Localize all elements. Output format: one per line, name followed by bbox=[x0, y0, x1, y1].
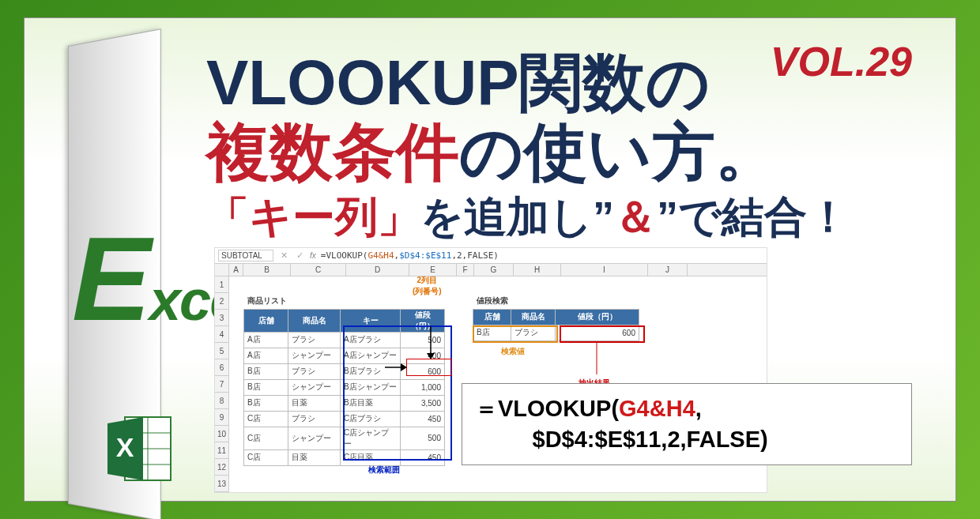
cell-price[interactable]: 3,500 bbox=[401, 395, 445, 411]
search-price[interactable]: 600 bbox=[556, 325, 639, 340]
enter-button[interactable]: ✓ bbox=[294, 250, 305, 261]
h2-name: 商品名 bbox=[511, 309, 556, 325]
cell-name[interactable]: シャンプー bbox=[288, 379, 341, 395]
cell-price[interactable]: 500 bbox=[401, 427, 445, 449]
fx-part-a: =VLOOKUP( bbox=[321, 250, 368, 261]
search-title: 値段検索 bbox=[477, 296, 508, 305]
cell-name[interactable]: ブラシ bbox=[288, 363, 341, 379]
svg-marker-10 bbox=[401, 363, 407, 371]
row-number[interactable]: 4 bbox=[215, 326, 229, 343]
table-row[interactable]: B店ブラシB店ブラシ600 bbox=[244, 363, 445, 379]
row-number[interactable]: 2 bbox=[215, 293, 229, 310]
cancel-button[interactable]: ✕ bbox=[278, 250, 289, 261]
cell-store[interactable]: B店 bbox=[244, 395, 288, 411]
col-header[interactable]: J bbox=[648, 264, 688, 276]
cell-store[interactable]: B店 bbox=[244, 379, 288, 395]
cell-key[interactable]: A店シャンプー bbox=[341, 348, 401, 363]
fx-part-e: ,2,FALSE) bbox=[451, 250, 499, 261]
fx-part-b: G4&H4 bbox=[368, 250, 394, 261]
row-number[interactable]: 6 bbox=[215, 359, 229, 376]
table-row[interactable]: C店ブラシC店ブラシ450 bbox=[244, 411, 445, 427]
row-number[interactable]: 5 bbox=[215, 343, 229, 359]
cell-key[interactable]: C店ブラシ bbox=[341, 411, 401, 427]
col-header[interactable]: A bbox=[229, 264, 243, 276]
cell-name[interactable]: シャンプー bbox=[288, 348, 341, 363]
slide-frame: VOL.29 VLOOKUP関数の 複数条件の使い方。 「キー列」を追加し”＆”… bbox=[24, 17, 956, 502]
h-store: 店舗 bbox=[244, 309, 288, 332]
cell-name[interactable]: 目薬 bbox=[288, 449, 341, 465]
row-number[interactable]: 7 bbox=[215, 376, 229, 393]
row-number[interactable]: 10 bbox=[215, 426, 229, 442]
search-store[interactable]: B店 bbox=[473, 325, 511, 340]
formula-bar-row: SUBTOTAL ✕ ✓ fx =VLOOKUP(G4&H4,$D$4:$E$1… bbox=[215, 248, 767, 264]
cell-price[interactable]: 400 bbox=[401, 348, 445, 363]
table-row[interactable]: C店目薬C店目薬450 bbox=[244, 449, 445, 465]
col-header[interactable]: G bbox=[474, 264, 514, 276]
formula-after1: , bbox=[695, 396, 702, 421]
right-table[interactable]: 値段検索 店舗 商品名 値段（円） B店 ブラシ 600 bbox=[473, 293, 639, 341]
label-search-value: 検索値 bbox=[501, 346, 525, 357]
cell-store[interactable]: B店 bbox=[244, 363, 288, 379]
table-row[interactable]: A店ブラシA店ブラシ500 bbox=[244, 332, 445, 348]
table-row[interactable]: B店シャンプーB店シャンプー1,000 bbox=[244, 379, 445, 395]
col-header[interactable]: D bbox=[346, 264, 409, 276]
cell-key[interactable]: B店目薬 bbox=[341, 395, 401, 411]
cell-price[interactable]: 1,000 bbox=[401, 379, 445, 395]
cell-store[interactable]: A店 bbox=[244, 348, 288, 363]
fx-part-d: $D$4:$E$11 bbox=[399, 250, 451, 261]
row-number[interactable]: 12 bbox=[215, 459, 229, 476]
row-number[interactable]: 13 bbox=[215, 476, 229, 492]
row-number[interactable]: 9 bbox=[215, 409, 229, 426]
title-line1-b: の bbox=[646, 47, 710, 118]
table-row[interactable]: C店シャンプーC店シャンプー500 bbox=[244, 427, 445, 449]
row-number[interactable]: 3 bbox=[215, 310, 229, 326]
excel-icon: X bbox=[100, 409, 179, 488]
list-title: 商品リスト bbox=[247, 296, 287, 305]
left-table[interactable]: 商品リスト 店舗 商品名 キー 値段（円） A店ブラシA店ブラシ500A店シャン… bbox=[243, 293, 445, 466]
cell-store[interactable]: C店 bbox=[244, 449, 288, 465]
row-number[interactable]: 8 bbox=[215, 393, 229, 409]
result-leader-line bbox=[591, 343, 602, 379]
col-header[interactable]: E bbox=[409, 264, 457, 276]
row-numbers: 12345678910111213 bbox=[215, 276, 229, 492]
cell-key[interactable]: B店シャンプー bbox=[341, 379, 401, 395]
table-row[interactable]: B店目薬B店目薬3,500 bbox=[244, 395, 445, 411]
main-title: VLOOKUP関数の 複数条件の使い方。 「キー列」を追加し”＆”で結合！ bbox=[206, 48, 912, 240]
name-box[interactable]: SUBTOTAL bbox=[218, 250, 273, 261]
col-header[interactable]: C bbox=[291, 264, 346, 276]
col-header[interactable]: H bbox=[514, 264, 561, 276]
row-number[interactable]: 11 bbox=[215, 442, 229, 459]
cell-name[interactable]: ブラシ bbox=[288, 411, 341, 427]
cell-store[interactable]: C店 bbox=[244, 411, 288, 427]
excel-label-big: E bbox=[72, 231, 149, 326]
h2-store: 店舗 bbox=[473, 309, 511, 325]
cell-store[interactable]: A店 bbox=[244, 332, 288, 348]
h-name: 商品名 bbox=[288, 309, 341, 332]
cell-price[interactable]: 450 bbox=[401, 411, 445, 427]
title-line2-amp: ＆ bbox=[614, 193, 657, 240]
cell-key[interactable]: A店ブラシ bbox=[341, 332, 401, 348]
cell-price[interactable]: 450 bbox=[401, 449, 445, 465]
cell-name[interactable]: ブラシ bbox=[288, 332, 341, 348]
arrow-down-icon bbox=[425, 326, 436, 361]
title-line2-q2: ” bbox=[657, 193, 678, 240]
fx-icon[interactable]: fx bbox=[310, 251, 316, 260]
title-line1-a: VLOOKUP関数 bbox=[206, 47, 646, 118]
col-header[interactable]: I bbox=[561, 264, 648, 276]
svg-marker-8 bbox=[427, 353, 435, 359]
formula-pre: ＝VLOOKUP( bbox=[475, 396, 619, 421]
col-header[interactable]: F bbox=[457, 264, 474, 276]
search-name[interactable]: ブラシ bbox=[511, 325, 556, 340]
cell-key[interactable]: C店シャンプー bbox=[341, 427, 401, 449]
cell-price[interactable]: 500 bbox=[401, 332, 445, 348]
col-header[interactable]: B bbox=[243, 264, 291, 276]
cell-name[interactable]: 目薬 bbox=[288, 395, 341, 411]
title-line1-d: の使い方。 bbox=[459, 117, 778, 187]
formula-bar[interactable]: =VLOOKUP(G4&H4,$D$4:$E$11,2,FALSE) bbox=[321, 250, 763, 261]
cell-key[interactable]: C店目薬 bbox=[341, 449, 401, 465]
svg-text:X: X bbox=[116, 432, 134, 462]
cell-name[interactable]: シャンプー bbox=[288, 427, 341, 449]
row-number[interactable]: 1 bbox=[215, 276, 229, 293]
table-row[interactable]: A店シャンプーA店シャンプー400 bbox=[244, 348, 445, 363]
cell-store[interactable]: C店 bbox=[244, 427, 288, 449]
